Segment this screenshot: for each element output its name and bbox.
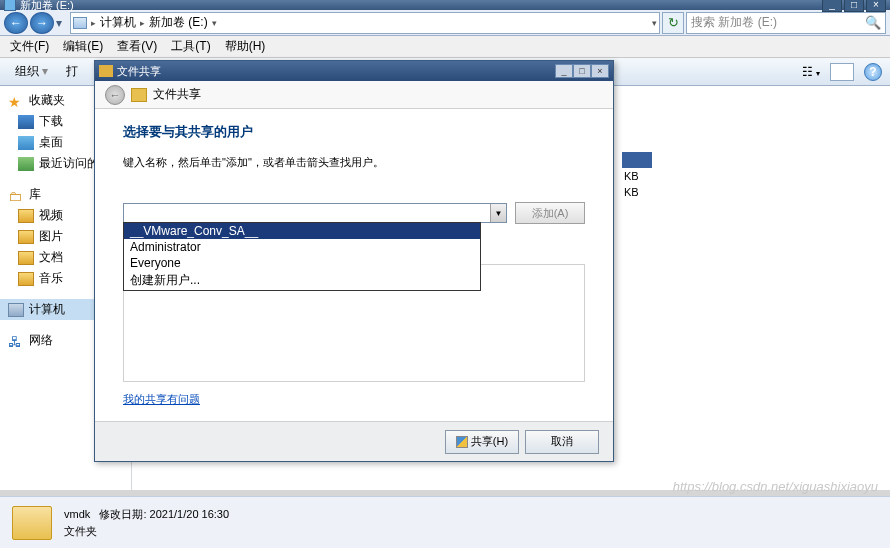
close-button[interactable]: × bbox=[866, 0, 886, 12]
dialog-footer: 共享(H) 取消 bbox=[95, 421, 613, 461]
drive-icon bbox=[4, 0, 16, 11]
desktop-icon bbox=[18, 136, 34, 150]
minimize-button[interactable]: _ bbox=[822, 0, 842, 12]
maximize-button[interactable]: □ bbox=[844, 0, 864, 12]
download-icon bbox=[18, 115, 34, 129]
selected-type: 文件夹 bbox=[64, 523, 229, 540]
star-icon: ★ bbox=[8, 94, 24, 108]
view-mode-button[interactable]: ☷ ▾ bbox=[802, 65, 820, 79]
dialog-titlebar[interactable]: 文件共享 _ □ × bbox=[95, 61, 613, 81]
refresh-button[interactable]: ↻ bbox=[662, 12, 684, 34]
cancel-button[interactable]: 取消 bbox=[525, 430, 599, 454]
user-input[interactable] bbox=[124, 204, 490, 222]
folder-icon bbox=[18, 209, 34, 223]
list-item[interactable]: KB bbox=[622, 168, 762, 184]
menu-help[interactable]: 帮助(H) bbox=[219, 36, 272, 57]
folder-icon bbox=[18, 272, 34, 286]
dialog-back-button[interactable]: ← bbox=[105, 85, 125, 105]
preview-pane-button[interactable] bbox=[830, 63, 854, 81]
user-dropdown-list: __VMware_Conv_SA__ Administrator Everyon… bbox=[123, 222, 481, 291]
folder-icon bbox=[18, 251, 34, 265]
dialog-minimize-button[interactable]: _ bbox=[555, 64, 573, 78]
network-icon: 🖧 bbox=[8, 334, 24, 348]
folder-icon bbox=[12, 506, 52, 540]
dropdown-option[interactable]: Everyone bbox=[124, 255, 480, 271]
dialog-close-button[interactable]: × bbox=[591, 64, 609, 78]
organize-button[interactable]: 组织 ▾ bbox=[8, 59, 55, 84]
dropdown-button[interactable]: ▼ bbox=[490, 204, 506, 222]
search-placeholder: 搜索 新加卷 (E:) bbox=[691, 14, 777, 31]
list-item[interactable]: KB bbox=[622, 184, 762, 200]
shield-icon bbox=[456, 436, 468, 448]
nav-forward-button[interactable]: → bbox=[30, 12, 54, 34]
nav-back-button[interactable]: ← bbox=[4, 12, 28, 34]
window-titlebar: 新加卷 (E:) _ □ × bbox=[0, 0, 890, 10]
recent-icon bbox=[18, 157, 34, 171]
dialog-heading: 选择要与其共享的用户 bbox=[123, 123, 585, 141]
breadcrumb[interactable]: ▸ 计算机 ▸ 新加卷 (E:) ▾ ▾ bbox=[70, 12, 660, 34]
share-button[interactable]: 共享(H) bbox=[445, 430, 519, 454]
dialog-title: 文件共享 bbox=[117, 64, 161, 79]
date-label: 修改日期: bbox=[99, 508, 146, 520]
menu-file[interactable]: 文件(F) bbox=[4, 36, 55, 57]
window-buttons: _ □ × bbox=[822, 0, 886, 12]
user-combobox[interactable]: ▼ bbox=[123, 203, 507, 223]
dialog-maximize-button[interactable]: □ bbox=[573, 64, 591, 78]
window-title: 新加卷 (E:) bbox=[20, 0, 74, 13]
menu-tools[interactable]: 工具(T) bbox=[165, 36, 216, 57]
computer-icon bbox=[8, 303, 24, 317]
file-sharing-dialog: 文件共享 _ □ × ← 文件共享 选择要与其共享的用户 键入名称，然后单击"添… bbox=[94, 60, 614, 462]
dropdown-option[interactable]: Administrator bbox=[124, 239, 480, 255]
address-bar: ← → ▾ ▸ 计算机 ▸ 新加卷 (E:) ▾ ▾ ↻ 搜索 新加卷 (E:)… bbox=[0, 10, 890, 36]
add-button[interactable]: 添加(A) bbox=[515, 202, 585, 224]
selected-name: vmdk bbox=[64, 508, 90, 520]
search-icon[interactable]: 🔍 bbox=[865, 15, 881, 30]
list-item[interactable] bbox=[622, 152, 652, 168]
menu-bar: 文件(F) 编辑(E) 查看(V) 工具(T) 帮助(H) bbox=[0, 36, 890, 58]
breadcrumb-segment[interactable]: 新加卷 (E:) bbox=[149, 14, 208, 31]
address-dropdown[interactable]: ▾ bbox=[652, 18, 657, 28]
share-icon bbox=[131, 88, 147, 102]
dialog-body: 选择要与其共享的用户 键入名称，然后单击"添加"，或者单击箭头查找用户。 ▼ 添… bbox=[95, 109, 613, 421]
help-icon[interactable]: ? bbox=[864, 63, 882, 81]
dropdown-option[interactable]: __VMware_Conv_SA__ bbox=[124, 223, 480, 239]
dropdown-option[interactable]: 创建新用户... bbox=[124, 271, 480, 290]
nav-history-dropdown[interactable]: ▾ bbox=[56, 16, 68, 30]
library-icon: 🗀 bbox=[8, 188, 24, 202]
search-input[interactable]: 搜索 新加卷 (E:) 🔍 bbox=[686, 12, 886, 34]
menu-edit[interactable]: 编辑(E) bbox=[57, 36, 109, 57]
drive-icon bbox=[73, 17, 87, 29]
chevron-right-icon: ▸ bbox=[91, 18, 96, 28]
watermark: https://blog.csdn.net/xiguashixiaoyu bbox=[673, 479, 878, 494]
dialog-header-text: 文件共享 bbox=[153, 86, 201, 103]
chevron-down-icon[interactable]: ▾ bbox=[212, 18, 217, 28]
chevron-right-icon: ▸ bbox=[140, 18, 145, 28]
folder-icon bbox=[18, 230, 34, 244]
dialog-header: ← 文件共享 bbox=[95, 81, 613, 109]
breadcrumb-segment[interactable]: 计算机 bbox=[100, 14, 136, 31]
details-pane: vmdk 修改日期: 2021/1/20 16:30 文件夹 bbox=[0, 496, 890, 548]
share-icon bbox=[99, 65, 113, 77]
open-button[interactable]: 打 bbox=[59, 59, 85, 84]
date-value: 2021/1/20 16:30 bbox=[150, 508, 230, 520]
dialog-instruction: 键入名称，然后单击"添加"，或者单击箭头查找用户。 bbox=[123, 155, 585, 170]
help-link[interactable]: 我的共享有问题 bbox=[123, 392, 200, 407]
menu-view[interactable]: 查看(V) bbox=[111, 36, 163, 57]
